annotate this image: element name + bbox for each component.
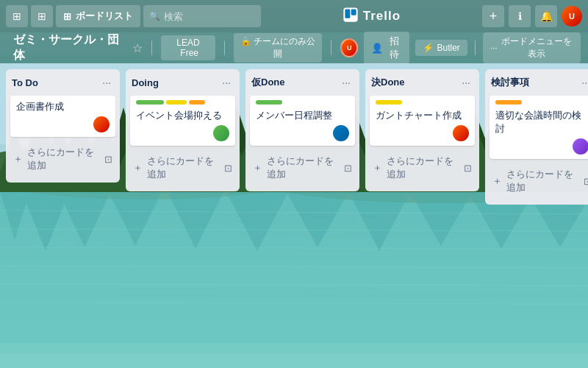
star-icon: ☆ xyxy=(132,42,143,54)
nav-right: + ℹ 🔔 U xyxy=(482,5,582,27)
archive-kentou-button[interactable]: ⊡ xyxy=(581,173,588,190)
archive-icon-kentou: ⊡ xyxy=(584,176,588,187)
board-list-label: ボードリスト xyxy=(76,10,133,23)
boards-icon-button[interactable]: ⊞ xyxy=(31,5,53,27)
user-avatar-text: U xyxy=(569,12,575,21)
plus-icon-ketteidone: ＋ xyxy=(373,161,382,174)
butler-button[interactable]: ⚡ Butler xyxy=(415,40,467,56)
list-doing-header: Doing ··· xyxy=(130,75,235,91)
archive-ketteidone-button[interactable]: ⊡ xyxy=(461,160,475,177)
person-icon: 👤 xyxy=(371,43,383,54)
list-karidone-menu-button[interactable]: ··· xyxy=(339,75,354,90)
trello-logo: Trello xyxy=(264,7,479,26)
member-avatar-text: U xyxy=(347,44,352,52)
nav-separator-2 xyxy=(224,40,225,55)
home-button[interactable]: ⊞ xyxy=(6,5,28,27)
list-ketteidone-title: 決Done xyxy=(371,76,459,89)
list-doing-menu-button[interactable]: ··· xyxy=(219,75,234,90)
card-meeting-label xyxy=(495,100,522,105)
card-gantt[interactable]: ガントチャート作成 xyxy=(370,96,475,146)
home-icon: ⊞ xyxy=(12,10,21,22)
card-kikakusho[interactable]: 企画書作成 xyxy=(10,96,115,137)
board-nav-right: ⚡ Butler ··· ボードメニューを表示 xyxy=(415,32,581,63)
bell-icon: 🔔 xyxy=(540,10,553,22)
card-event-text: イベント会場抑える xyxy=(136,109,229,122)
plus-button[interactable]: + xyxy=(482,5,504,27)
label-green xyxy=(136,100,164,105)
list-todo-header: To Do ··· xyxy=(10,75,115,91)
visibility-button[interactable]: 🔒 チームにのみ公開 xyxy=(234,33,323,63)
list-karidone-title: 仮Done xyxy=(251,76,339,89)
board-lists-area: To Do ··· 企画書作成 ＋ さらにカードを追加 ⊡ Doing ··· xyxy=(0,63,588,368)
lead-tag-button[interactable]: LEAD Free xyxy=(161,35,215,60)
card-kikakusho-text: 企画書作成 xyxy=(16,100,110,113)
dots-icon: ··· xyxy=(490,43,498,53)
add-card-ketteidone-button[interactable]: ＋ さらにカードを追加 xyxy=(370,150,461,185)
list-kentou-title: 検討事項 xyxy=(491,76,578,89)
add-card-ketteidone-label: さらにカードを追加 xyxy=(387,155,458,181)
add-card-karidone-button[interactable]: ＋ さらにカードを追加 xyxy=(250,150,341,185)
search-input[interactable] xyxy=(143,5,261,27)
list-todo-bottom: ＋ さらにカードを追加 ⊡ xyxy=(10,141,115,177)
list-ketteidone-menu-button[interactable]: ··· xyxy=(459,75,473,90)
butler-label: Butler xyxy=(437,43,459,53)
invite-button[interactable]: 👤 招待 xyxy=(364,32,409,64)
card-meeting-time[interactable]: 適切な会議時間の検討 xyxy=(490,96,588,159)
lock-icon: 🔒 xyxy=(240,36,254,46)
plus-icon-doing: ＋ xyxy=(133,161,143,174)
archive-karidone-button[interactable]: ⊡ xyxy=(341,160,355,177)
archive-icon-doing: ⊡ xyxy=(224,163,232,174)
add-card-todo-label: さらにカードを追加 xyxy=(27,146,98,172)
card-gantt-avatar xyxy=(453,125,469,141)
menu-label: ボードメニューを表示 xyxy=(501,35,573,60)
nav-separator xyxy=(151,40,152,55)
add-card-doing-button[interactable]: ＋ さらにカードを追加 xyxy=(130,150,221,185)
list-doing: Doing ··· イベント会場抑える ＋ さらにカードを追加 ⊡ xyxy=(126,69,240,191)
add-card-kentou-button[interactable]: ＋ さらにカードを追加 xyxy=(490,163,581,199)
add-card-todo-button[interactable]: ＋ さらにカードを追加 xyxy=(10,141,101,177)
bell-button[interactable]: 🔔 xyxy=(535,5,557,27)
svg-rect-72 xyxy=(351,9,356,15)
list-todo-menu-button[interactable]: ··· xyxy=(99,75,114,90)
plus-icon-todo: ＋ xyxy=(13,152,23,166)
butler-icon: ⚡ xyxy=(423,43,434,53)
card-member-schedule[interactable]: メンバー日程調整 xyxy=(250,96,355,146)
show-menu-button[interactable]: ··· ボードメニューを表示 xyxy=(483,32,581,63)
trello-logo-text: Trello xyxy=(363,9,401,24)
card-member-avatar xyxy=(333,125,349,141)
list-karidone: 仮Done ··· メンバー日程調整 ＋ さらにカードを追加 ⊡ xyxy=(245,69,359,191)
list-doing-bottom: ＋ さらにカードを追加 ⊡ xyxy=(130,150,235,185)
info-button[interactable]: ℹ xyxy=(509,5,531,27)
list-kentou-bottom: ＋ さらにカードを追加 ⊡ xyxy=(490,163,588,199)
plus-icon-kentou: ＋ xyxy=(492,174,502,188)
list-kentou-header: 検討事項 ··· xyxy=(490,75,588,91)
card-gantt-text: ガントチャート作成 xyxy=(376,109,469,122)
board-title[interactable]: ゼミ・サークル・団体 xyxy=(7,29,126,66)
list-ketteidone-bottom: ＋ さらにカードを追加 ⊡ xyxy=(370,150,475,185)
archive-todo-button[interactable]: ⊡ xyxy=(101,151,115,168)
archive-icon-karidone: ⊡ xyxy=(344,163,352,174)
archive-doing-button[interactable]: ⊡ xyxy=(221,160,235,177)
list-ketteidone-header: 決Done ··· xyxy=(370,75,475,91)
add-card-kentou-label: さらにカードを追加 xyxy=(506,168,578,194)
svg-rect-71 xyxy=(345,9,350,18)
list-doing-title: Doing xyxy=(132,77,219,88)
card-event[interactable]: イベント会場抑える xyxy=(130,96,235,146)
invite-label: 招待 xyxy=(386,35,402,61)
card-kikakusho-avatar xyxy=(93,116,110,132)
card-gantt-label xyxy=(376,100,402,105)
member-avatar[interactable]: U xyxy=(340,38,358,57)
visibility-label: チームにのみ公開 xyxy=(254,36,315,59)
card-event-footer xyxy=(136,125,229,141)
user-avatar-button[interactable]: U xyxy=(562,6,582,26)
star-button[interactable]: ☆ xyxy=(132,41,143,55)
trello-logo-icon xyxy=(343,7,359,26)
board-list-button[interactable]: ⊞ ボードリスト xyxy=(56,5,140,27)
nav-separator-3 xyxy=(331,40,331,55)
free-label: Free xyxy=(180,48,198,58)
plus-icon-karidone: ＋ xyxy=(253,161,262,174)
list-todo-title: To Do xyxy=(12,77,99,88)
board-navigation: ゼミ・サークル・団体 ☆ LEAD Free 🔒 チームにのみ公開 U 👤 招待… xyxy=(0,32,588,63)
plus-icon: + xyxy=(490,9,498,24)
list-kentou-menu-button[interactable]: ··· xyxy=(578,75,588,90)
